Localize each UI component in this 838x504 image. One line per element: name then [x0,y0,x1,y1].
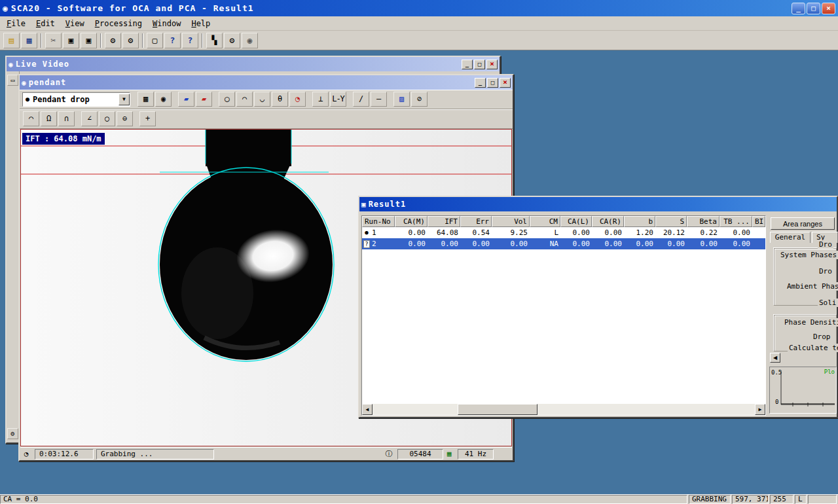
column-header[interactable]: CA(L) [560,216,592,227]
panel-item[interactable]: Calculate te [788,344,838,352]
tangent-fit-icon[interactable]: ◔ [289,92,306,107]
maximize-button[interactable]: □ [474,60,485,69]
pendant-titlebar[interactable]: ◉ pendant _ □ × [20,75,513,90]
tilt-table-blue-icon[interactable]: ▰ [178,92,194,107]
column-header[interactable]: CA(R) [592,216,624,227]
status-cursor-coords: 597, 371 [732,495,769,504]
horizontal-scrollbar[interactable]: ◀ ▶ [362,404,765,415]
cell-s: 20.12 [655,227,687,238]
tab-general[interactable]: General [770,232,811,243]
horizontal-line-icon[interactable]: — [371,92,387,107]
timer-icon[interactable]: ⊘ [411,92,428,107]
column-header[interactable]: Run-No [362,216,395,227]
question-row-icon: ? [363,240,370,248]
cell-b: 0.00 [624,238,655,249]
magnify-icon[interactable]: ▨ [393,92,410,107]
camera-icon[interactable]: ◉ [155,92,172,107]
save-icon[interactable]: ▦ [21,33,37,48]
column-header[interactable]: CA(M) [395,216,428,227]
panel-scroll-left-icon[interactable]: ◀ [770,353,780,363]
panel-item[interactable]: Soli [818,298,838,307]
scroll-right-icon[interactable]: ▶ [755,404,765,415]
needle-tool-icon[interactable]: + [139,111,156,126]
result-titlebar[interactable]: ▣ Result1 [359,197,837,211]
maximize-button[interactable]: □ [807,3,820,14]
table-row-selected[interactable]: ? 2 0.00 0.00 0.00 0.00 NA 0.00 0.00 0.0… [362,238,765,249]
table-row[interactable]: ● 1 0.00 64.08 0.54 9.25 L 0.00 0.00 1.2… [362,227,765,238]
small-drop-icon[interactable]: ○ [99,111,115,126]
live-video-titlebar[interactable]: ◉ Live Video _ □ × [7,57,500,71]
snapshot-icon[interactable]: ◉ [242,33,258,48]
minimize-button[interactable]: _ [462,60,473,69]
panel-item[interactable]: Dro [818,267,833,276]
cell-ca-m: 0.00 [395,238,428,249]
close-icon[interactable]: × [500,78,511,88]
ift-readout: IFT : 64.08 mN/m [22,133,105,145]
tilt-table-red-icon[interactable]: ▰ [196,92,212,107]
conic-fit-icon[interactable]: ◠ [236,92,253,107]
sessile-shape-icon[interactable]: ∩ [58,111,75,126]
laplace-young-icon[interactable]: L-Y [330,92,346,107]
paste-icon[interactable]: ▣ [81,33,97,48]
scrollbar-thumb[interactable] [458,404,537,415]
polynomial-fit-icon[interactable]: ◡ [254,92,270,107]
app-title: SCA20 - Software for OCA and PCA - Resul… [11,3,254,13]
column-header[interactable]: b [624,216,655,227]
column-header[interactable]: Vol [492,216,530,227]
close-icon[interactable]: × [486,60,498,69]
open-icon[interactable]: ▤ [3,33,20,48]
baseline-icon[interactable]: ⊥ [312,92,329,107]
column-header[interactable]: CM [530,216,560,227]
circle-fit-icon[interactable]: ◯ [219,92,235,107]
pendant-shape-icon[interactable]: Ω [41,111,57,126]
roi-tool-icon[interactable]: ▭ [7,75,18,86]
maximize-button[interactable]: □ [487,78,498,88]
hardware-settings-icon[interactable]: ⚙ [105,33,121,48]
context-help-icon[interactable]: ? [182,33,198,48]
video-settings-icon[interactable]: ⚙ [122,33,139,48]
pendant-title: pendant [29,78,67,87]
close-button[interactable]: × [822,3,835,14]
copy-icon[interactable]: ▣ [63,33,79,48]
panel-item[interactable]: Drop [812,333,832,341]
cell-ca-l: 0.00 [560,238,592,249]
menu-edit[interactable]: Edit [31,18,60,29]
drop-method-icon: ● [26,96,29,103]
help-icon[interactable]: ? [164,33,181,48]
menu-file[interactable]: File [1,18,31,29]
manual-line-icon[interactable]: ∕ [353,92,369,107]
minimize-button[interactable]: _ [475,78,486,88]
cut-icon[interactable]: ✂ [45,33,62,48]
flat-drop-icon[interactable]: ⊖ [117,111,133,126]
info-icon: ⓘ [383,449,395,459]
result-window[interactable]: ▣ Result1 Run-No CA(M) IFT Err Vol CM CA… [358,196,838,418]
column-header[interactable]: S [655,216,687,227]
column-header[interactable]: IFT [428,216,460,227]
minimize-button[interactable]: _ [792,3,805,14]
angle-shape-icon[interactable]: ∠ [81,111,98,126]
menu-processing[interactable]: Processing [90,18,147,29]
menu-view[interactable]: View [60,18,90,29]
column-header[interactable]: Beta [687,216,720,227]
arc-shape-icon[interactable]: ◠ [23,111,39,126]
menu-window[interactable]: Window [147,18,186,29]
grabber-settings-icon[interactable]: ▦ [137,92,154,107]
panel-item[interactable]: Dro [818,240,833,249]
area-ranges-button[interactable]: Area ranges [771,217,835,230]
tile-windows-icon[interactable]: ▚ [206,33,223,48]
app-icon: ◉ [3,3,8,13]
column-header[interactable]: BI [752,216,765,227]
cell-ift: 64.08 [428,227,460,238]
scroll-left-icon[interactable]: ◀ [362,404,373,415]
app-titlebar[interactable]: ◉ SCA20 - Software for OCA and PCA - Res… [0,0,838,16]
column-header[interactable]: TB ... [720,216,752,227]
column-header[interactable]: Err [460,216,492,227]
frame-grab-icon[interactable]: ▢ [147,33,163,48]
theta-manual-icon[interactable]: θ [272,92,288,107]
menu-help[interactable]: Help [186,18,215,29]
options-icon[interactable]: ⚙ [224,33,240,48]
settings-gear-icon[interactable]: ⚙ [7,428,18,439]
method-dropdown[interactable]: ● Pendant drop ▼ [22,92,130,107]
chevron-down-icon[interactable]: ▼ [118,94,130,105]
cell-ift: 0.00 [428,238,460,249]
